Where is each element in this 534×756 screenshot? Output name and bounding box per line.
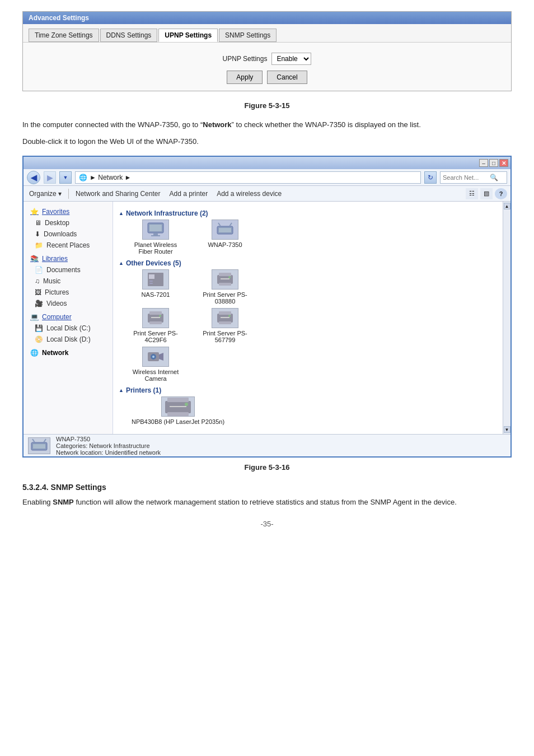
- device-nas7201[interactable]: NAS-7201: [128, 269, 184, 305]
- sidebar-item-documents[interactable]: 📄 Documents: [24, 264, 113, 276]
- device-wireless-camera[interactable]: Wireless Internet Camera: [128, 347, 184, 382]
- wnap7350-icon: [212, 220, 238, 240]
- sidebar-libraries-label: Libraries: [42, 255, 68, 263]
- device-hp-printer[interactable]: NPB430B8 (HP LaserJet P2035n): [128, 396, 228, 425]
- wnap7350-name: WNAP-7350: [208, 241, 242, 248]
- device-planet-router[interactable]: Planet Wireless Fiber Router: [128, 220, 184, 255]
- sidebar-recent-label: Recent Places: [46, 241, 90, 249]
- scroll-up-arrow[interactable]: ▲: [504, 203, 510, 209]
- sidebar-item-music[interactable]: ♫ Music: [24, 276, 113, 287]
- svg-rect-1: [149, 225, 162, 231]
- sidebar-network-label: Network: [42, 349, 68, 357]
- sidebar-item-pictures[interactable]: 🖼 Pictures: [24, 287, 113, 298]
- sidebar-item-network[interactable]: 🌐 Network: [24, 347, 113, 358]
- svg-point-21: [159, 315, 161, 317]
- snmp-bold: SNMP: [53, 498, 74, 506]
- sidebar-item-disk-c[interactable]: 💾 Local Disk (C:): [24, 323, 113, 334]
- para1-text1: In the computer connected with the WNAP-…: [22, 120, 203, 129]
- cancel-button[interactable]: Cancel: [267, 71, 307, 84]
- refresh-button[interactable]: ↻: [424, 171, 437, 184]
- nas7201-icon: [142, 269, 169, 290]
- organize-button[interactable]: Organize ▾: [27, 189, 64, 199]
- para1-text2: ” to check whether the WNAP-7350 is disp…: [232, 120, 421, 129]
- address-path[interactable]: 🌐 ► Network ►: [75, 171, 421, 184]
- net-infra-header: Network Infrastructure (2): [119, 209, 497, 217]
- hp-printer-name: NPB430B8 (HP LaserJet P2035n): [132, 418, 224, 425]
- sidebar-disk-d-label: Local Disk (D:): [46, 335, 91, 343]
- upnp-select[interactable]: Enable Disable: [271, 53, 311, 65]
- tab-timezone[interactable]: Time Zone Settings: [29, 29, 99, 42]
- win-controls: – □ ✕: [479, 159, 508, 167]
- add-wireless-button[interactable]: Add a wireless device: [214, 189, 284, 199]
- net-printers-header: Printers (1): [119, 386, 497, 394]
- maximize-button[interactable]: □: [489, 159, 498, 167]
- sidebar-item-libraries[interactable]: 📚 Libraries: [24, 253, 113, 264]
- sidebar-documents-label: Documents: [46, 266, 81, 274]
- tab-upnp[interactable]: UPNP Settings: [158, 29, 218, 42]
- tab-snmp[interactable]: SNMP Settings: [219, 29, 277, 42]
- svg-marker-30: [159, 353, 163, 361]
- net-printers-devices: NPB430B8 (HP LaserJet P2035n): [128, 396, 497, 425]
- search-input[interactable]: [443, 174, 488, 181]
- back-arrow-icon: ◀: [31, 173, 37, 182]
- hp-printer-icon: [161, 396, 195, 417]
- apply-button[interactable]: Apply: [227, 71, 263, 84]
- device-print-server-1[interactable]: Print Server PS-038880: [197, 269, 253, 305]
- svg-point-35: [185, 403, 188, 406]
- view-icon-button[interactable]: ☷: [466, 188, 478, 199]
- sidebar-item-computer[interactable]: 💻 Computer: [24, 311, 113, 323]
- add-printer-button[interactable]: Add a printer: [167, 189, 210, 199]
- sidebar-item-downloads[interactable]: ⬇ Downloads: [24, 228, 113, 240]
- svg-rect-37: [33, 444, 45, 449]
- help-button[interactable]: ?: [495, 188, 507, 199]
- sidebar-downloads-label: Downloads: [44, 230, 77, 238]
- toolbar-right: ☷ ▧ ?: [466, 188, 507, 199]
- svg-point-29: [152, 356, 154, 358]
- svg-rect-10: [149, 281, 153, 282]
- status-text-block: WNAP-7350 Categories: Network Infrastruc…: [56, 436, 161, 456]
- net-other-devices-2: Print Server PS-4C29F6 Print Server PS-5…: [128, 308, 497, 343]
- svg-rect-24: [219, 321, 231, 324]
- tab-ddns[interactable]: DDNS Settings: [100, 29, 158, 42]
- disk-d-icon: 📀: [35, 335, 43, 343]
- device-print-server-2[interactable]: Print Server PS-4C29F6: [128, 308, 184, 343]
- print-server-2-name: Print Server PS-4C29F6: [128, 330, 184, 343]
- back-button[interactable]: ◀: [27, 171, 40, 184]
- print-server-1-icon: [212, 269, 238, 290]
- print-server-1-name: Print Server PS-038880: [197, 291, 253, 305]
- sidebar-item-desktop[interactable]: 🖥 Desktop: [24, 217, 113, 228]
- svg-rect-2: [153, 233, 158, 235]
- device-wnap7350[interactable]: WNAP-7350: [197, 220, 253, 255]
- recent-button[interactable]: ▼: [59, 171, 72, 184]
- sidebar-computer: 💻 Computer 💾 Local Disk (C:) 📀 Local Dis…: [24, 311, 113, 345]
- forward-arrow-icon: ▶: [47, 173, 53, 182]
- network-folder-icon: 🌐: [79, 174, 87, 181]
- snmp-section-heading: 5.3.2.4. SNMP Settings: [22, 483, 512, 492]
- status-device-icon: [28, 437, 50, 454]
- sidebar-item-disk-d[interactable]: 📀 Local Disk (D:): [24, 334, 113, 345]
- address-text: ► Network ►: [90, 174, 131, 181]
- view-list-button[interactable]: ▧: [480, 188, 493, 199]
- scroll-down-arrow[interactable]: ▼: [504, 426, 510, 433]
- desktop-icon: 🖥: [35, 219, 41, 227]
- videos-icon: 🎥: [35, 300, 43, 307]
- sidebar-item-favorites[interactable]: ⭐ Favorites: [24, 206, 113, 217]
- sidebar-item-videos[interactable]: 🎥 Videos: [24, 298, 113, 309]
- svg-line-7: [229, 223, 232, 226]
- advanced-settings-title: Advanced Settings: [23, 12, 511, 24]
- forward-button[interactable]: ▶: [44, 171, 56, 184]
- sidebar-item-recent[interactable]: 📁 Recent Places: [24, 240, 113, 251]
- svg-point-26: [228, 315, 231, 317]
- net-other-header: Other Devices (5): [119, 259, 497, 267]
- paragraph-2: Double-click it to logon the Web UI of t…: [22, 136, 512, 148]
- figure-2-caption: Figure 5-3-16: [22, 463, 512, 472]
- svg-rect-34: [170, 406, 186, 407]
- close-button[interactable]: ✕: [499, 159, 508, 167]
- recent-icon: 📁: [35, 241, 43, 249]
- win-scrollbar[interactable]: ▲ ▼: [503, 202, 510, 434]
- disk-c-icon: 💾: [35, 324, 43, 332]
- page-number: -35-: [22, 520, 512, 528]
- device-print-server-3[interactable]: Print Server PS-567799: [197, 308, 253, 343]
- minimize-button[interactable]: –: [479, 159, 488, 167]
- network-sharing-button[interactable]: Network and Sharing Center: [73, 189, 162, 199]
